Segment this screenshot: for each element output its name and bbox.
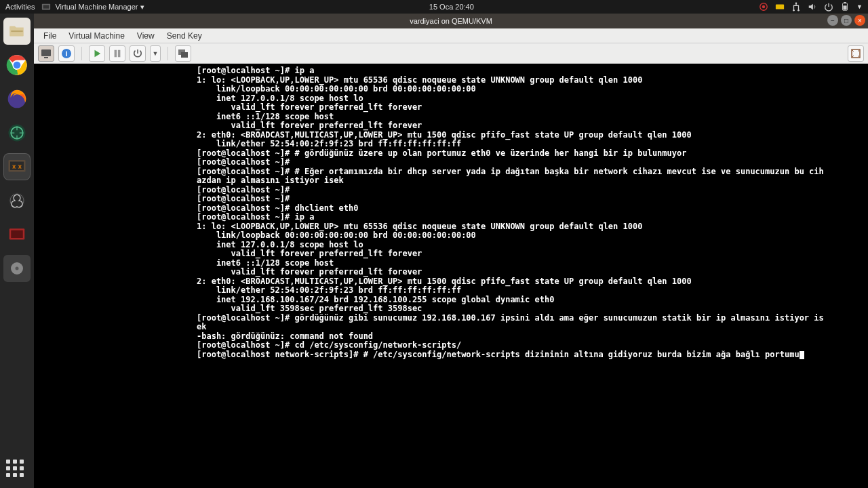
close-button[interactable]: × [854,15,865,26]
power-icon [133,49,142,58]
dock-chrome[interactable] [3,52,31,79]
svg-point-3 [762,5,765,8]
record-icon[interactable] [759,2,768,12]
maximize-button[interactable]: □ [841,15,852,26]
shutdown-button[interactable] [130,45,146,62]
snapshot-icon [178,48,189,59]
svg-rect-9 [844,2,846,3]
clock[interactable]: 15 Oca 20:40 [144,3,760,11]
svg-rect-33 [181,52,188,58]
svg-rect-31 [118,49,121,57]
dock-firefox[interactable] [3,85,31,113]
show-apps-button[interactable] [6,460,28,481]
menu-file[interactable]: File [38,30,62,42]
svg-text:i: i [65,49,67,58]
window-titlebar[interactable]: vardiyaci on QEMU/KVM − □ × [34,14,868,28]
separator [81,47,82,60]
chrome-icon [6,54,28,76]
pause-icon [113,49,122,58]
vmm-icon [41,2,51,12]
svg-rect-19 [10,162,24,171]
menu-sendkey[interactable]: Send Key [161,30,208,42]
shutdown-menu-button[interactable]: ▼ [150,45,161,62]
activities-button[interactable]: Activities [5,3,35,11]
pause-button[interactable] [109,45,125,62]
window-title: vardiyaci on QEMU/KVM [34,17,868,25]
dock-screenshot[interactable] [3,221,31,248]
monitor-icon [41,48,52,59]
dock-files[interactable] [3,18,31,45]
keyboard-icon[interactable] [775,2,785,12]
network-icon[interactable] [791,2,801,12]
vm-console[interactable]: [root@localhost ~]# ip a 1: lo: <LOOPBAC… [34,64,868,488]
svg-point-6 [793,9,795,12]
svg-rect-10 [843,5,846,9]
svg-rect-4 [776,5,784,9]
gnome-top-panel: Activities Virtual Machine Manager ▾ 15 … [0,0,868,14]
details-button[interactable]: i [58,45,75,62]
separator [167,47,168,60]
svg-rect-30 [115,49,117,57]
disk-icon [9,260,25,277]
chevron-down-icon: ▼ [153,50,159,57]
screenshot-icon [7,224,27,245]
svg-rect-26 [41,49,51,56]
toolbar: i ▼ [34,43,868,64]
menubar: File Virtual Machine View Send Key [34,28,868,43]
green-app-icon [7,123,27,143]
terminal-output[interactable]: [root@localhost ~]# ip a 1: lo: <LOOPBAC… [34,64,868,488]
svg-rect-11 [11,30,22,32]
dock-vmm[interactable] [3,153,31,180]
fullscreen-button[interactable] [848,45,864,62]
folder-icon [8,22,26,40]
svg-rect-23 [11,230,23,238]
dock-app-green[interactable] [3,119,31,146]
svg-rect-27 [44,57,48,58]
battery-icon[interactable] [840,2,850,12]
fullscreen-icon [850,48,861,59]
system-tray[interactable]: ▼ [759,2,863,12]
dock-obs[interactable] [3,187,31,214]
info-icon: i [61,48,72,59]
power-icon[interactable] [824,2,833,12]
play-icon [92,49,102,58]
minimize-button[interactable]: − [827,15,838,26]
dock-disk[interactable] [3,255,31,282]
app-menu[interactable]: Virtual Machine Manager ▾ [41,2,144,12]
svg-rect-1 [43,5,50,8]
obs-icon [7,190,27,211]
console-button[interactable] [38,45,54,62]
firefox-icon [6,88,28,110]
run-button[interactable] [89,45,105,62]
svg-point-25 [16,267,19,270]
vmm-icon [7,157,27,177]
dock [0,14,34,488]
menu-view[interactable]: View [132,30,160,42]
app-menu-label: Virtual Machine Manager ▾ [55,3,144,12]
vm-window: vardiyaci on QEMU/KVM − □ × File Virtual… [34,14,868,488]
menu-vm[interactable]: Virtual Machine [63,30,130,42]
svg-point-5 [795,2,797,4]
chevron-down-icon[interactable]: ▼ [856,3,863,10]
svg-point-7 [797,9,800,12]
snapshot-button[interactable] [175,45,191,62]
volume-icon[interactable] [808,2,817,12]
